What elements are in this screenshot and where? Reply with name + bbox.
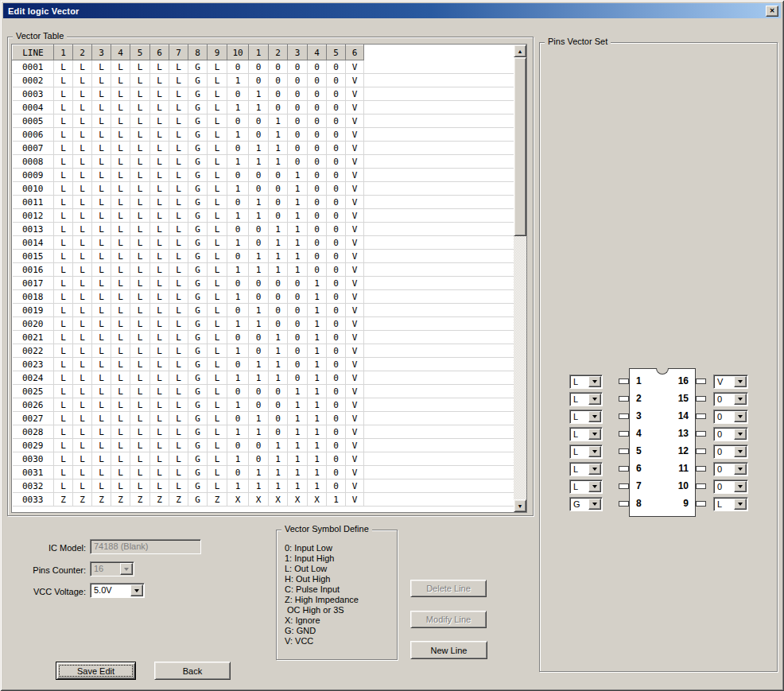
vector-cell[interactable]: 1: [308, 452, 327, 466]
vector-cell[interactable]: L: [111, 128, 130, 142]
vector-cell[interactable]: L: [92, 182, 111, 196]
line-number-cell[interactable]: 0015: [13, 250, 54, 263]
vector-row[interactable]: 0021LLLLLLLGL001010V: [13, 331, 514, 344]
pin-8-select[interactable]: G: [569, 497, 603, 511]
vector-cell[interactable]: L: [92, 87, 111, 101]
vector-cell[interactable]: 0: [249, 60, 269, 74]
vector-cell[interactable]: 0: [327, 142, 346, 155]
vector-cell[interactable]: V: [346, 412, 364, 425]
vector-cell[interactable]: L: [73, 182, 92, 196]
vector-cell[interactable]: L: [54, 452, 73, 466]
vector-cell[interactable]: G: [188, 439, 208, 452]
vector-cell[interactable]: 0: [327, 263, 346, 277]
vector-cell[interactable]: L: [54, 466, 73, 479]
vector-cell[interactable]: L: [73, 263, 92, 277]
vector-cell[interactable]: L: [169, 452, 188, 466]
vector-cell[interactable]: L: [92, 358, 111, 371]
vector-cell[interactable]: X: [269, 493, 288, 507]
line-number-cell[interactable]: 0021: [13, 331, 54, 344]
vector-cell[interactable]: L: [208, 358, 227, 371]
vector-cell[interactable]: L: [111, 223, 130, 236]
vector-cell[interactable]: L: [208, 250, 227, 263]
vector-cell[interactable]: 1: [269, 358, 288, 371]
vector-row[interactable]: 0004LLLLLLLGL110000V: [13, 101, 514, 115]
vector-cell[interactable]: 1: [308, 412, 327, 425]
vector-cell[interactable]: G: [188, 398, 208, 412]
vector-cell[interactable]: 0: [249, 290, 269, 304]
vector-cell[interactable]: V: [346, 263, 364, 277]
vector-cell[interactable]: L: [92, 250, 111, 263]
vector-cell[interactable]: L: [208, 277, 227, 290]
vector-row[interactable]: 0029LLLLLLLGL001110V: [13, 439, 514, 452]
vector-cell[interactable]: G: [188, 263, 208, 277]
chevron-down-icon[interactable]: [734, 429, 747, 440]
vector-cell[interactable]: 1: [288, 452, 308, 466]
vector-cell[interactable]: 0: [269, 169, 288, 182]
line-number-cell[interactable]: 0017: [13, 277, 54, 290]
vector-cell[interactable]: 0: [308, 263, 327, 277]
vector-cell[interactable]: 1: [227, 236, 249, 250]
vector-cell[interactable]: 1: [269, 452, 288, 466]
vector-cell[interactable]: 0: [327, 250, 346, 263]
vector-cell[interactable]: 1: [288, 425, 308, 439]
vector-cell[interactable]: V: [346, 398, 364, 412]
vector-cell[interactable]: L: [130, 466, 150, 479]
vector-cell[interactable]: L: [208, 290, 227, 304]
chevron-down-icon[interactable]: [734, 481, 747, 492]
vector-cell[interactable]: 1: [288, 182, 308, 196]
line-number-cell[interactable]: 0032: [13, 479, 54, 493]
vector-cell[interactable]: L: [54, 331, 73, 344]
vector-cell[interactable]: 0: [249, 223, 269, 236]
vector-cell[interactable]: L: [111, 385, 130, 398]
vector-cell[interactable]: L: [54, 182, 73, 196]
vector-row[interactable]: 0022LLLLLLLGL101010V: [13, 344, 514, 358]
vector-cell[interactable]: L: [150, 74, 169, 87]
vector-cell[interactable]: 0: [327, 304, 346, 317]
vector-cell[interactable]: 1: [227, 398, 249, 412]
line-number-cell[interactable]: 0016: [13, 263, 54, 277]
vector-cell[interactable]: V: [346, 74, 364, 87]
vector-cell[interactable]: V: [346, 236, 364, 250]
pin-7-select[interactable]: L: [569, 479, 603, 494]
vector-cell[interactable]: L: [111, 479, 130, 493]
vector-cell[interactable]: 1: [308, 290, 327, 304]
vector-cell[interactable]: 1: [249, 425, 269, 439]
vector-cell[interactable]: L: [73, 142, 92, 155]
vector-cell[interactable]: V: [346, 277, 364, 290]
vector-cell[interactable]: 0: [288, 344, 308, 358]
vector-cell[interactable]: 0: [249, 182, 269, 196]
vector-cell[interactable]: G: [188, 128, 208, 142]
vector-cell[interactable]: L: [111, 101, 130, 115]
vector-cell[interactable]: L: [130, 142, 150, 155]
vector-cell[interactable]: L: [73, 101, 92, 115]
vector-cell[interactable]: L: [169, 223, 188, 236]
vector-cell[interactable]: 0: [227, 87, 249, 101]
vector-cell[interactable]: L: [150, 87, 169, 101]
vector-cell[interactable]: G: [188, 250, 208, 263]
chevron-down-icon[interactable]: [734, 376, 747, 387]
vector-row[interactable]: 0032LLLLLLLGL111110V: [13, 479, 514, 493]
line-number-cell[interactable]: 0033: [13, 493, 54, 507]
vector-cell[interactable]: L: [92, 385, 111, 398]
vector-cell[interactable]: 0: [249, 344, 269, 358]
vector-cell[interactable]: L: [92, 169, 111, 182]
vector-cell[interactable]: L: [54, 439, 73, 452]
vector-cell[interactable]: 0: [327, 209, 346, 223]
vector-cell[interactable]: L: [150, 398, 169, 412]
vector-cell[interactable]: L: [150, 209, 169, 223]
vector-cell[interactable]: L: [54, 223, 73, 236]
vector-cell[interactable]: L: [150, 115, 169, 128]
vector-cell[interactable]: G: [188, 304, 208, 317]
vector-cell[interactable]: L: [208, 223, 227, 236]
vector-cell[interactable]: 0: [269, 304, 288, 317]
chevron-down-icon[interactable]: [734, 446, 747, 457]
vector-cell[interactable]: 0: [227, 412, 249, 425]
vector-cell[interactable]: 1: [227, 452, 249, 466]
chevron-down-icon[interactable]: [734, 411, 747, 422]
vector-cell[interactable]: 0: [327, 155, 346, 169]
vector-cell[interactable]: 0: [308, 101, 327, 115]
vector-cell[interactable]: L: [150, 263, 169, 277]
vector-row[interactable]: 0006LLLLLLLGL101000V: [13, 128, 514, 142]
vector-cell[interactable]: L: [130, 155, 150, 169]
vector-cell[interactable]: L: [111, 74, 130, 87]
